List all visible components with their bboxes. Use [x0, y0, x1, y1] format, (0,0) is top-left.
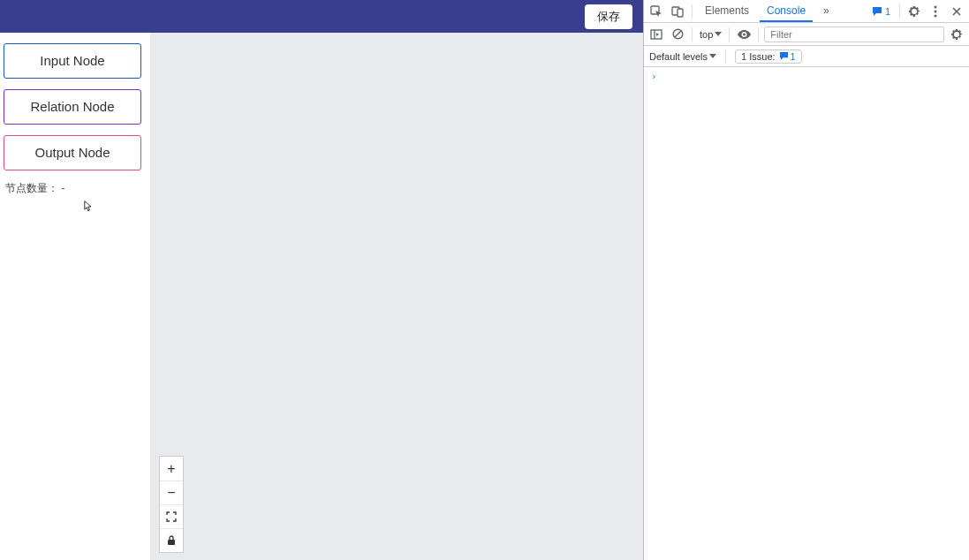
- tab-overflow[interactable]: »: [816, 1, 837, 22]
- console-levels-bar: Default levels 1 Issue: 1: [644, 46, 969, 67]
- issues-label: 1 Issue:: [741, 51, 776, 62]
- issues-count: 1: [791, 51, 796, 62]
- app-body: Input Node Relation Node Output Node 节点数…: [0, 33, 643, 560]
- console-output[interactable]: ›: [644, 67, 969, 560]
- messages-count: 1: [885, 6, 890, 17]
- save-button[interactable]: 保存: [585, 4, 632, 29]
- log-levels-selector[interactable]: Default levels: [649, 51, 716, 62]
- app-topbar: 保存: [0, 0, 643, 33]
- inspect-element-icon[interactable]: [647, 3, 665, 20]
- settings-icon[interactable]: [905, 3, 923, 20]
- context-selector[interactable]: top: [698, 28, 723, 41]
- zoom-fit-button[interactable]: [160, 504, 183, 528]
- divider: [725, 49, 726, 64]
- console-prompt-caret: ›: [651, 71, 657, 82]
- divider: [692, 4, 693, 19]
- chevron-down-icon: [715, 32, 722, 36]
- divider: [692, 27, 693, 42]
- zoom-in-button[interactable]: +: [160, 457, 183, 481]
- node-count-value: -: [61, 182, 64, 194]
- zoom-controls: + −: [159, 456, 184, 553]
- fullscreen-icon: [166, 511, 177, 522]
- zoom-lock-button[interactable]: [160, 528, 183, 552]
- palette-input-node[interactable]: Input Node: [4, 43, 141, 79]
- divider: [729, 27, 730, 42]
- chevron-down-icon: [709, 54, 716, 58]
- kebab-menu-icon[interactable]: [927, 3, 944, 20]
- cursor-pointer-icon: [81, 200, 94, 214]
- svg-rect-0: [168, 540, 175, 545]
- log-levels-label: Default levels: [649, 51, 708, 62]
- issues-pill[interactable]: 1 Issue: 1: [735, 49, 802, 64]
- node-editor-app: 保存 Input Node Relation Node Output Node …: [0, 0, 643, 560]
- clear-console-icon[interactable]: [669, 26, 686, 43]
- devtools-panel: Elements Console » 1: [643, 0, 969, 560]
- svg-point-11: [743, 33, 746, 35]
- lock-icon: [167, 535, 176, 546]
- svg-point-5: [935, 10, 937, 12]
- live-expression-icon[interactable]: [735, 26, 753, 43]
- divider: [758, 27, 759, 42]
- tab-elements[interactable]: Elements: [698, 1, 756, 22]
- svg-line-10: [675, 31, 681, 37]
- console-toolbar: top: [644, 23, 969, 46]
- svg-point-4: [935, 5, 937, 8]
- node-palette-sidebar: Input Node Relation Node Output Node 节点数…: [0, 33, 150, 560]
- node-count-label: 节点数量：: [5, 182, 58, 194]
- tab-console[interactable]: Console: [760, 1, 813, 22]
- console-settings-icon[interactable]: [948, 26, 965, 43]
- messages-badge[interactable]: 1: [868, 4, 894, 19]
- devtools-tabstrip: Elements Console » 1: [644, 0, 969, 23]
- zoom-out-button[interactable]: −: [160, 481, 183, 504]
- graph-canvas[interactable]: + −: [150, 33, 643, 560]
- message-icon: [872, 6, 882, 17]
- node-count: 节点数量： -: [4, 181, 145, 196]
- device-toggle-icon[interactable]: [669, 3, 686, 20]
- message-icon: [779, 51, 789, 61]
- palette-output-node[interactable]: Output Node: [4, 135, 141, 170]
- console-sidebar-toggle-icon[interactable]: [647, 26, 665, 43]
- context-label: top: [700, 29, 713, 40]
- svg-point-6: [935, 14, 937, 17]
- divider: [899, 4, 900, 19]
- close-devtools-icon[interactable]: [948, 3, 965, 20]
- palette-relation-node[interactable]: Relation Node: [4, 89, 141, 125]
- svg-rect-3: [678, 9, 683, 17]
- console-filter-input[interactable]: [764, 26, 944, 42]
